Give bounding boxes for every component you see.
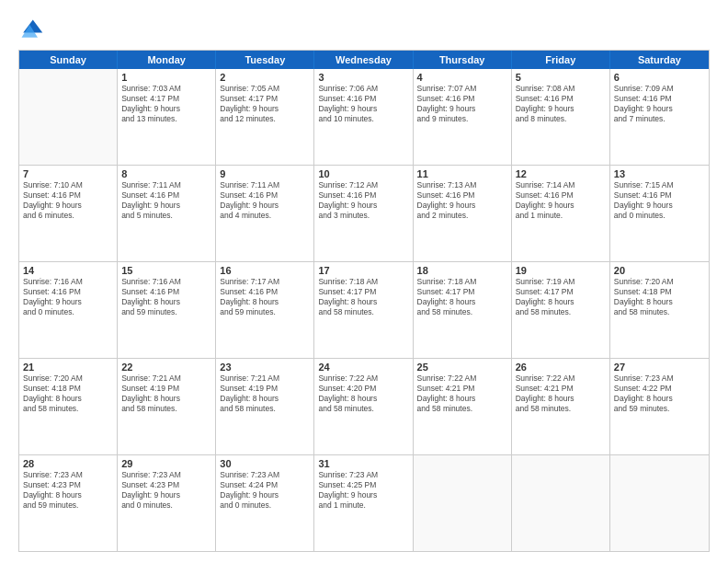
calendar-cell: 29Sunrise: 7:23 AMSunset: 4:23 PMDayligh… <box>118 455 216 551</box>
sunrise-text: Sunrise: 7:03 AM <box>121 84 211 94</box>
daylight-text-1: Daylight: 8 hours <box>417 394 507 404</box>
day-number: 15 <box>121 265 211 276</box>
sunrise-text: Sunrise: 7:22 AM <box>318 373 408 384</box>
calendar-cell: 17Sunrise: 7:18 AMSunset: 4:17 PMDayligh… <box>314 262 413 358</box>
day-number: 9 <box>220 168 310 179</box>
sunset-text: Sunset: 4:21 PM <box>417 384 507 394</box>
day-number: 4 <box>417 72 507 83</box>
calendar-cell <box>610 455 709 551</box>
calendar-header: SundayMondayTuesdayWednesdayThursdayFrid… <box>19 51 709 69</box>
daylight-text-1: Daylight: 9 hours <box>318 490 408 500</box>
sunset-text: Sunset: 4:16 PM <box>516 94 606 104</box>
calendar-cell: 26Sunrise: 7:22 AMSunset: 4:21 PMDayligh… <box>512 359 610 454</box>
daylight-text-2: and 0 minutes. <box>23 307 113 317</box>
daylight-text-1: Daylight: 8 hours <box>121 297 211 307</box>
daylight-text-2: and 58 minutes. <box>614 307 705 317</box>
daylight-text-1: Daylight: 9 hours <box>23 297 113 307</box>
calendar-cell: 8Sunrise: 7:11 AMSunset: 4:16 PMDaylight… <box>118 166 216 261</box>
daylight-text-1: Daylight: 8 hours <box>318 297 408 307</box>
sunset-text: Sunset: 4:16 PM <box>121 190 211 201</box>
sunset-text: Sunset: 4:16 PM <box>614 94 705 104</box>
sunset-text: Sunset: 4:23 PM <box>121 480 211 490</box>
daylight-text-1: Daylight: 9 hours <box>614 104 705 114</box>
sunset-text: Sunset: 4:16 PM <box>318 190 408 201</box>
sunrise-text: Sunrise: 7:16 AM <box>23 277 113 287</box>
daylight-text-2: and 2 minutes. <box>417 211 507 221</box>
sunrise-text: Sunrise: 7:08 AM <box>516 84 606 94</box>
calendar-cell: 30Sunrise: 7:23 AMSunset: 4:24 PMDayligh… <box>216 455 314 551</box>
daylight-text-2: and 1 minute. <box>318 500 408 511</box>
day-number: 21 <box>23 362 113 373</box>
daylight-text-1: Daylight: 9 hours <box>220 201 310 211</box>
day-number: 25 <box>417 362 507 373</box>
daylight-text-1: Daylight: 9 hours <box>417 104 507 114</box>
calendar-week-row: 28Sunrise: 7:23 AMSunset: 4:23 PMDayligh… <box>19 455 709 551</box>
calendar-cell: 6Sunrise: 7:09 AMSunset: 4:16 PMDaylight… <box>610 69 709 165</box>
sunset-text: Sunset: 4:17 PM <box>318 287 408 297</box>
calendar-cell: 16Sunrise: 7:17 AMSunset: 4:16 PMDayligh… <box>216 262 314 358</box>
sunset-text: Sunset: 4:17 PM <box>121 94 211 104</box>
calendar-cell: 21Sunrise: 7:20 AMSunset: 4:18 PMDayligh… <box>19 359 118 454</box>
sunrise-text: Sunrise: 7:10 AM <box>23 180 113 190</box>
sunrise-text: Sunrise: 7:19 AM <box>516 277 606 287</box>
day-number: 10 <box>318 168 408 179</box>
daylight-text-2: and 1 minute. <box>516 211 606 221</box>
daylight-text-1: Daylight: 8 hours <box>614 297 705 307</box>
daylight-text-1: Daylight: 8 hours <box>220 297 310 307</box>
daylight-text-1: Daylight: 9 hours <box>220 104 310 114</box>
calendar-header-cell: Thursday <box>414 51 512 69</box>
sunset-text: Sunset: 4:16 PM <box>318 94 408 104</box>
day-number: 29 <box>121 458 211 469</box>
daylight-text-2: and 12 minutes. <box>220 114 310 124</box>
daylight-text-1: Daylight: 8 hours <box>23 394 113 404</box>
sunset-text: Sunset: 4:20 PM <box>318 384 408 394</box>
calendar-cell: 4Sunrise: 7:07 AMSunset: 4:16 PMDaylight… <box>414 69 512 165</box>
daylight-text-2: and 58 minutes. <box>121 404 211 414</box>
header <box>18 17 710 42</box>
daylight-text-1: Daylight: 9 hours <box>516 104 606 114</box>
logo <box>18 17 48 42</box>
sunrise-text: Sunrise: 7:11 AM <box>220 180 310 190</box>
sunset-text: Sunset: 4:21 PM <box>516 384 606 394</box>
sunrise-text: Sunrise: 7:18 AM <box>417 277 507 287</box>
sunset-text: Sunset: 4:16 PM <box>516 190 606 201</box>
day-number: 3 <box>318 72 408 83</box>
sunset-text: Sunset: 4:16 PM <box>23 190 113 201</box>
daylight-text-2: and 9 minutes. <box>417 114 507 124</box>
calendar-cell: 14Sunrise: 7:16 AMSunset: 4:16 PMDayligh… <box>19 262 118 358</box>
page: SundayMondayTuesdayWednesdayThursdayFrid… <box>0 0 728 563</box>
calendar-cell: 2Sunrise: 7:05 AMSunset: 4:17 PMDaylight… <box>216 69 314 165</box>
day-number: 1 <box>121 72 211 83</box>
daylight-text-2: and 58 minutes. <box>516 307 606 317</box>
sunrise-text: Sunrise: 7:14 AM <box>516 180 606 190</box>
daylight-text-2: and 3 minutes. <box>318 211 408 221</box>
sunrise-text: Sunrise: 7:17 AM <box>220 277 310 287</box>
daylight-text-2: and 59 minutes. <box>220 307 310 317</box>
daylight-text-2: and 10 minutes. <box>318 114 408 124</box>
daylight-text-2: and 0 minutes. <box>220 500 310 511</box>
calendar-cell: 10Sunrise: 7:12 AMSunset: 4:16 PMDayligh… <box>314 166 413 261</box>
sunset-text: Sunset: 4:19 PM <box>220 384 310 394</box>
daylight-text-1: Daylight: 9 hours <box>417 201 507 211</box>
sunrise-text: Sunrise: 7:20 AM <box>614 277 705 287</box>
daylight-text-1: Daylight: 8 hours <box>417 297 507 307</box>
daylight-text-1: Daylight: 9 hours <box>318 104 408 114</box>
sunset-text: Sunset: 4:17 PM <box>220 94 310 104</box>
daylight-text-1: Daylight: 9 hours <box>121 490 211 500</box>
daylight-text-1: Daylight: 8 hours <box>23 490 113 500</box>
daylight-text-2: and 58 minutes. <box>220 404 310 414</box>
day-number: 27 <box>614 362 705 373</box>
daylight-text-2: and 58 minutes. <box>417 307 507 317</box>
calendar-body: 1Sunrise: 7:03 AMSunset: 4:17 PMDaylight… <box>19 69 709 551</box>
day-number: 30 <box>220 458 310 469</box>
day-number: 5 <box>516 72 606 83</box>
calendar-week-row: 21Sunrise: 7:20 AMSunset: 4:18 PMDayligh… <box>19 359 709 455</box>
sunrise-text: Sunrise: 7:22 AM <box>516 373 606 384</box>
sunset-text: Sunset: 4:22 PM <box>614 384 705 394</box>
calendar-cell: 7Sunrise: 7:10 AMSunset: 4:16 PMDaylight… <box>19 166 118 261</box>
daylight-text-2: and 7 minutes. <box>614 114 705 124</box>
calendar-header-cell: Wednesday <box>314 51 413 69</box>
sunrise-text: Sunrise: 7:13 AM <box>417 180 507 190</box>
calendar-cell: 11Sunrise: 7:13 AMSunset: 4:16 PMDayligh… <box>414 166 512 261</box>
calendar-cell: 19Sunrise: 7:19 AMSunset: 4:17 PMDayligh… <box>512 262 610 358</box>
